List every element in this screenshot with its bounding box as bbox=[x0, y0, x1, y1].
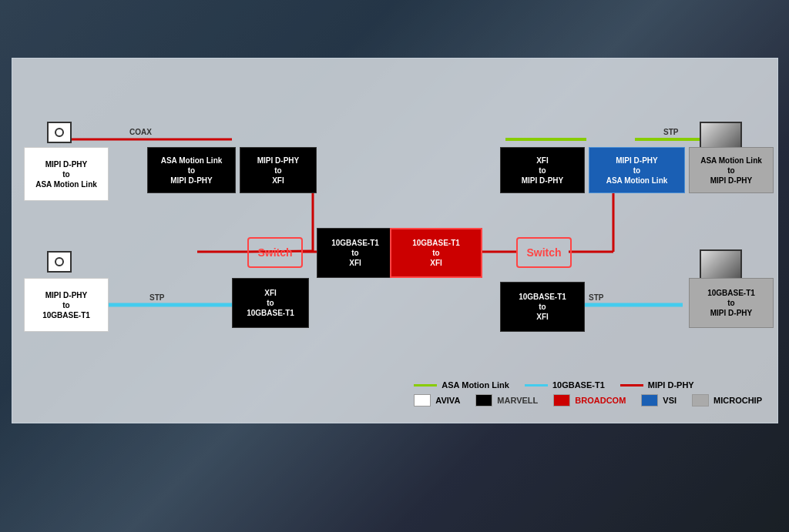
legend-microchip-box bbox=[692, 394, 709, 407]
node-xfi-10g-right: 10GBASE-T1 to XFI bbox=[500, 282, 585, 332]
node-xfi-mipi-top: XFI to MIPI D-PHY bbox=[500, 147, 585, 193]
legend-10g: 10GBASE-T1 bbox=[525, 380, 605, 390]
legend-mipi-line bbox=[620, 384, 643, 386]
legend-vsi-box bbox=[641, 394, 658, 407]
legend-aviva: AVIVA bbox=[414, 394, 460, 407]
switch-right: Switch bbox=[516, 237, 572, 268]
legend-marvell: MARVELL bbox=[475, 394, 538, 407]
legend-vsi: VSI bbox=[641, 394, 677, 407]
legend-box-types: AVIVA MARVELL BROADCOM VSI MICROCHIP bbox=[414, 394, 762, 407]
switch-left: Switch bbox=[247, 237, 303, 268]
legend-aviva-box bbox=[414, 394, 431, 407]
legend-mipi: MIPI D-PHY bbox=[620, 380, 694, 390]
node-mipi-10g-bottom: MIPI D-PHY to 10GBASE-T1 bbox=[24, 278, 109, 332]
legend-asa-line bbox=[414, 384, 437, 386]
node-10g-xfi-bottom: XFI to 10GBASE-T1 bbox=[232, 278, 309, 328]
svg-text:STP: STP bbox=[149, 293, 165, 302]
node-mipi-xfi-top: MIPI D-PHY to XFI bbox=[240, 147, 317, 193]
legend-line-types: ASA Motion Link 10GBASE-T1 MIPI D-PHY bbox=[414, 380, 762, 390]
svg-text:COAX: COAX bbox=[129, 128, 152, 136]
legend-broadcom: BROADCOM bbox=[553, 394, 626, 407]
node-mipi-asa-blue: MIPI D-PHY to ASA Motion Link bbox=[589, 147, 685, 193]
svg-text:STP: STP bbox=[589, 293, 604, 302]
node-asa-motion-link-mipi: ASA Motion Link to MIPI D-PHY bbox=[147, 147, 236, 193]
legend-asa: ASA Motion Link bbox=[414, 380, 509, 390]
legend: ASA Motion Link 10GBASE-T1 MIPI D-PHY AV… bbox=[414, 380, 762, 411]
node-mipi-asa-top-left: MIPI D-PHY to ASA Motion Link bbox=[24, 147, 109, 201]
svg-text:STP: STP bbox=[663, 128, 679, 136]
legend-broadcom-box bbox=[553, 394, 570, 407]
legend-10g-line bbox=[525, 384, 548, 386]
node-10g-xfi: 10GBASE-T1 to XFI bbox=[317, 228, 394, 278]
camera-bottom-left bbox=[47, 251, 72, 273]
legend-marvell-box bbox=[475, 394, 492, 407]
diagram-container: STP COAX STP STP STP MIPI D-PHY to ASA M… bbox=[12, 58, 778, 423]
node-10g-mipi-right: 10GBASE-T1 to MIPI D-PHY bbox=[689, 278, 774, 328]
node-asa-mipi-right: ASA Motion Link to MIPI D-PHY bbox=[689, 147, 774, 193]
camera-top-left bbox=[47, 122, 72, 143]
legend-microchip: MICROCHIP bbox=[692, 394, 762, 407]
node-center-red: 10GBASE-T1 to XFI bbox=[390, 228, 482, 278]
